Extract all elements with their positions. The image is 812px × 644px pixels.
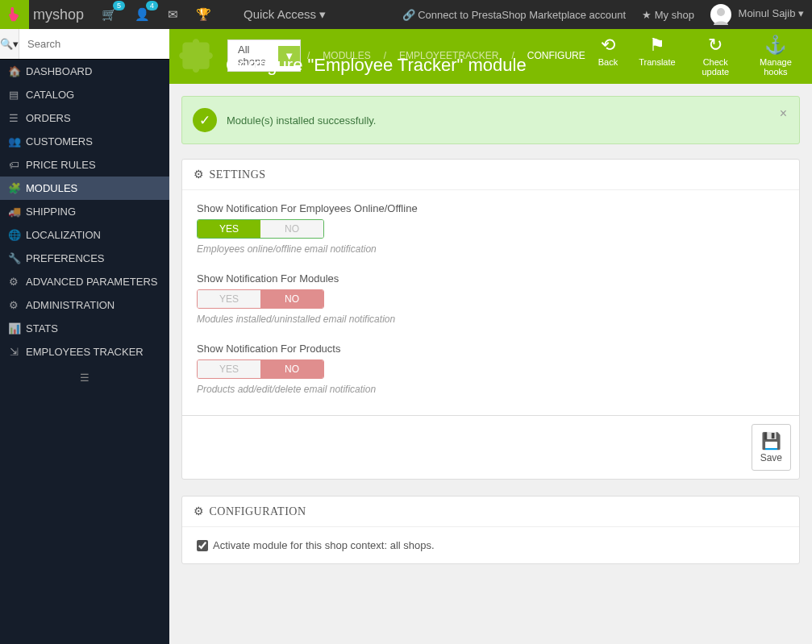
search-icon: 🔍: [0, 38, 13, 50]
truck-icon: 🚚: [8, 206, 19, 218]
save-button[interactable]: 💾 Save: [752, 424, 791, 471]
close-icon[interactable]: ×: [780, 106, 787, 121]
tracker-icon: ⇲: [8, 346, 19, 358]
anchor-icon: ⚓: [756, 35, 796, 56]
toggle-no[interactable]: NO: [260, 290, 323, 308]
sidebar-nav: 🏠DASHBOARD ▤CATALOG ☰ORDERS 👥CUSTOMERS 🏷…: [0, 60, 169, 364]
chart-icon: 📊: [8, 322, 19, 334]
svg-point-0: [717, 8, 725, 16]
marketplace-link[interactable]: 🔗 Connect to PrestaShop Marketplace acco…: [402, 9, 627, 21]
sidebar-item-preferences[interactable]: 🔧PREFERENCES: [0, 247, 169, 270]
gears-icon: ⚙: [194, 168, 205, 181]
settings-panel: ⚙ SETTINGS Show Notification For Employe…: [181, 159, 800, 480]
user-menu[interactable]: Moinul Sajib ▾: [710, 4, 804, 25]
tag-icon: 🏷: [8, 159, 19, 171]
sidebar-item-advanced-parameters[interactable]: ⚙ADVANCED PARAMETERS: [0, 270, 169, 293]
field-modules-notification: Show Notification For Modules YES NO Mod…: [197, 272, 785, 325]
sidebar: 🔍▾ 🏠DASHBOARD ▤CATALOG ☰ORDERS 👥CUSTOMER…: [0, 29, 169, 644]
puzzle-header-icon: [176, 34, 216, 74]
user-badge: 4: [146, 1, 158, 10]
toggle-yes[interactable]: YES: [198, 290, 260, 308]
avatar: [710, 4, 731, 25]
gauge-icon: 🏠: [8, 65, 19, 77]
toggle-yes[interactable]: YES: [198, 220, 260, 238]
sidebar-item-orders[interactable]: ☰ORDERS: [0, 106, 169, 130]
customers-icon[interactable]: 👤4: [135, 7, 150, 22]
activate-label: Activate module for this shop context: a…: [213, 539, 435, 551]
sidebar-item-administration[interactable]: ⚙ADMINISTRATION: [0, 293, 169, 317]
hand-pointer-icon: [6, 6, 23, 23]
check-update-button[interactable]: ↻Check update: [690, 33, 741, 78]
toggle-no[interactable]: NO: [260, 220, 323, 238]
activate-checkbox[interactable]: [197, 540, 208, 551]
quick-access-dropdown[interactable]: Quick Access ▾: [244, 7, 326, 22]
settings-panel-title: ⚙ SETTINGS: [182, 160, 799, 190]
cart-badge: 5: [113, 1, 125, 10]
gears-icon: ⚙: [194, 505, 205, 518]
cart-icon[interactable]: 🛒5: [102, 7, 117, 22]
breadcrumb-configure: CONFIGURE: [527, 50, 585, 61]
toggle-products[interactable]: YES NO: [197, 359, 324, 379]
toggle-no[interactable]: NO: [260, 360, 323, 378]
sidebar-item-modules[interactable]: 🧩MODULES: [0, 177, 169, 200]
topbar: myshop 🛒5 👤4 ✉ 🏆 Quick Access ▾ 🔗 Connec…: [0, 0, 812, 29]
my-shop-link[interactable]: ★ My shop: [642, 9, 694, 21]
users-icon: 👥: [8, 135, 19, 147]
credit-card-icon: ☰: [8, 112, 19, 124]
puzzle-icon: 🧩: [8, 182, 19, 194]
translate-button[interactable]: ⚑Translate: [632, 33, 681, 78]
search-button[interactable]: 🔍▾: [0, 29, 19, 59]
globe-icon: 🌐: [8, 229, 19, 241]
alert-message: Module(s) installed successfully.: [227, 114, 376, 127]
menu-icon: ☰: [80, 372, 90, 384]
wrench-icon: 🔧: [8, 252, 19, 264]
sidebar-item-localization[interactable]: 🌐LOCALIZATION: [0, 223, 169, 247]
book-icon: ▤: [8, 89, 19, 101]
sidebar-item-shipping[interactable]: 🚚SHIPPING: [0, 200, 169, 223]
check-icon: ✓: [193, 108, 217, 132]
sidebar-collapse[interactable]: ☰: [0, 364, 169, 392]
gear-icon: ⚙: [8, 299, 19, 311]
sidebar-item-catalog[interactable]: ▤CATALOG: [0, 83, 169, 106]
save-icon: 💾: [760, 431, 782, 451]
flag-icon: ⚑: [639, 35, 675, 56]
page-header: All shops ▼ / MODULES / EMPLOYEETRACKER …: [169, 29, 812, 84]
page-title: Configure "Employee Tracker" module: [226, 55, 527, 76]
sidebar-item-customers[interactable]: 👥CUSTOMERS: [0, 130, 169, 153]
shop-name[interactable]: myshop: [33, 6, 84, 23]
config-panel-title: ⚙ CONFIGURATION: [182, 497, 799, 527]
search-input[interactable]: [19, 29, 171, 59]
sidebar-item-price-rules[interactable]: 🏷PRICE RULES: [0, 153, 169, 177]
sidebar-search: 🔍▾: [0, 29, 169, 60]
configuration-panel: ⚙ CONFIGURATION Activate module for this…: [181, 496, 800, 564]
refresh-icon: ↻: [697, 35, 735, 56]
trophy-icon[interactable]: 🏆: [196, 7, 211, 22]
alert-success: ✓ Module(s) installed successfully. ×: [181, 96, 800, 144]
main: ✓ Module(s) installed successfully. × ⚙ …: [169, 84, 812, 644]
back-button[interactable]: ⟲Back: [592, 33, 624, 78]
mail-icon[interactable]: ✉: [168, 7, 178, 22]
toggle-modules[interactable]: YES NO: [197, 289, 324, 309]
toggle-yes[interactable]: YES: [198, 360, 260, 378]
activate-checkbox-row[interactable]: Activate module for this shop context: a…: [197, 539, 785, 551]
sidebar-item-stats[interactable]: 📊STATS: [0, 317, 169, 340]
manage-hooks-button[interactable]: ⚓Manage hooks: [749, 33, 802, 78]
gears-icon: ⚙: [8, 276, 19, 288]
field-products-notification: Show Notification For Products YES NO Pr…: [197, 343, 785, 395]
back-arrow-icon: ⟲: [598, 35, 618, 56]
toggle-employees[interactable]: YES NO: [197, 219, 324, 239]
sidebar-item-dashboard[interactable]: 🏠DASHBOARD: [0, 60, 169, 83]
sidebar-item-employees-tracker[interactable]: ⇲EMPLOYEES TRACKER: [0, 340, 169, 364]
field-employees-notification: Show Notification For Employees Online/O…: [197, 202, 785, 255]
logo[interactable]: [0, 0, 29, 29]
